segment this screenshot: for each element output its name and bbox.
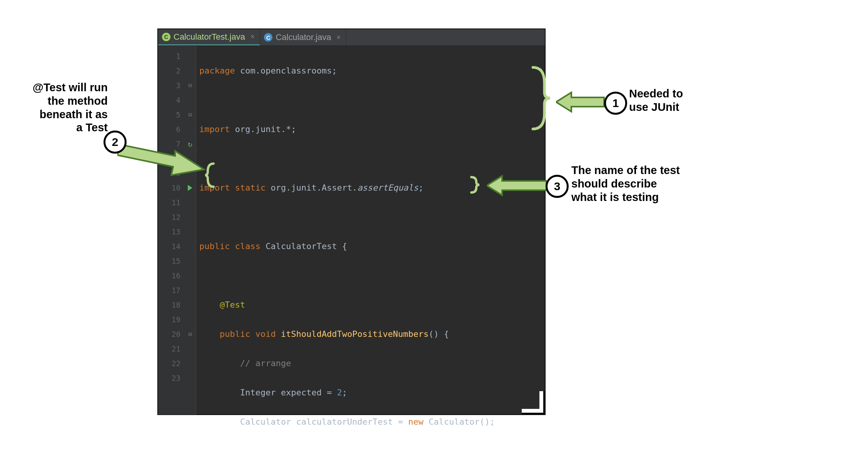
semicolon: ; [342,388,347,397]
comment: // arrange [240,358,291,368]
number-literal: 2 [337,388,342,397]
keyword: import [199,124,230,134]
ide-editor-window: C CalculatorTest.java × C Calculator.jav… [158,29,545,415]
resize-handle-icon[interactable] [522,391,543,413]
method-name: itShouldAddTwoPositiveNumbers [276,329,429,339]
code-text: Calculator calculatorUnderTest = [240,417,408,427]
keyword: new [408,417,424,427]
fold-icon[interactable]: ⊟ [188,327,192,341]
code-text: Calculator(); [424,417,495,427]
arrow-left-icon [487,174,548,197]
semicolon: ; [419,183,424,192]
line-number: 15 [158,254,180,268]
callout-text-1: Needed to use JUnit [629,87,683,114]
line-number: 12 [158,210,180,224]
run-test-icon[interactable] [188,185,192,191]
fold-icon[interactable]: ⊟ [188,107,192,122]
callout-number: 3 [554,180,561,193]
fold-icon[interactable]: ⊟ [188,78,192,93]
line-number: 19 [158,312,180,327]
keyword: public [220,329,250,339]
line-number: 16 [158,268,180,283]
tab-calculator-test[interactable]: C CalculatorTest.java × [158,29,260,45]
package-name: com.openclassrooms; [235,66,337,75]
line-number: 20 [158,327,180,341]
java-class-icon: C [162,33,170,41]
line-number-gutter: 1 2 3 4 5 6 7 9 10 11 12 13 14 15 16 17 … [158,46,184,415]
keyword: public [199,241,230,251]
java-class-icon: C [264,33,272,42]
brace: { [342,241,347,251]
editor-tab-bar: C CalculatorTest.java × C Calculator.jav… [158,29,545,46]
line-number: 21 [158,341,180,356]
svg-marker-2 [117,144,204,175]
callout-number: 1 [613,97,619,110]
line-number: 1 [158,49,180,64]
diagram-stage: C CalculatorTest.java × C Calculator.jav… [0,0,868,462]
static-method: assertEquals [357,183,419,192]
editor-body: 1 2 3 4 5 6 7 9 10 11 12 13 14 15 16 17 … [158,46,545,415]
annotation: @Test [220,300,245,310]
icons-gutter: ⊟ ⊟ ↻ ⊟ [184,46,196,415]
line-number: 5 [158,107,180,122]
svg-marker-1 [487,176,546,195]
line-number: 4 [158,93,180,107]
arrow-right-down-icon [117,137,206,183]
keyword: static [230,183,265,192]
line-number: 3 [158,78,180,93]
callout-text-2: @Test will run the method beneath it as … [21,81,108,134]
arrow-left-icon [556,90,606,114]
line-number: 18 [158,298,180,312]
close-icon[interactable]: × [337,33,341,42]
line-number: 11 [158,195,180,210]
code-area[interactable]: package com.openclassrooms; import org.j… [196,46,512,415]
line-number: 23 [158,371,180,385]
keyword: package [199,66,235,75]
svg-marker-0 [556,92,604,112]
line-number: 22 [158,356,180,371]
tab-calculator[interactable]: C Calculator.java × [260,29,346,45]
code-text: Integer expected = [240,388,337,397]
callout-badge-3: 3 [546,175,569,198]
callout-badge-1: 1 [604,92,627,115]
tab-label: Calculator.java [275,32,331,42]
tab-label: CalculatorTest.java [174,32,245,42]
close-icon[interactable]: × [250,33,255,41]
brace-icon [469,175,481,194]
keyword: void [250,329,275,339]
callout-text-3: The name of the test should describe wha… [571,164,680,204]
line-number: 14 [158,239,180,254]
callout-number: 2 [112,136,119,149]
import-path: org.junit.Assert. [265,183,357,192]
line-number: 13 [158,224,180,239]
line-number: 2 [158,64,180,78]
brace-icon [529,65,552,131]
class-name: CalculatorTest [260,241,342,251]
import-path: org.junit.*; [230,124,296,134]
line-number: 6 [158,122,180,137]
params-brace: () { [429,329,449,339]
line-number: 17 [158,283,180,298]
keyword: class [230,241,260,251]
